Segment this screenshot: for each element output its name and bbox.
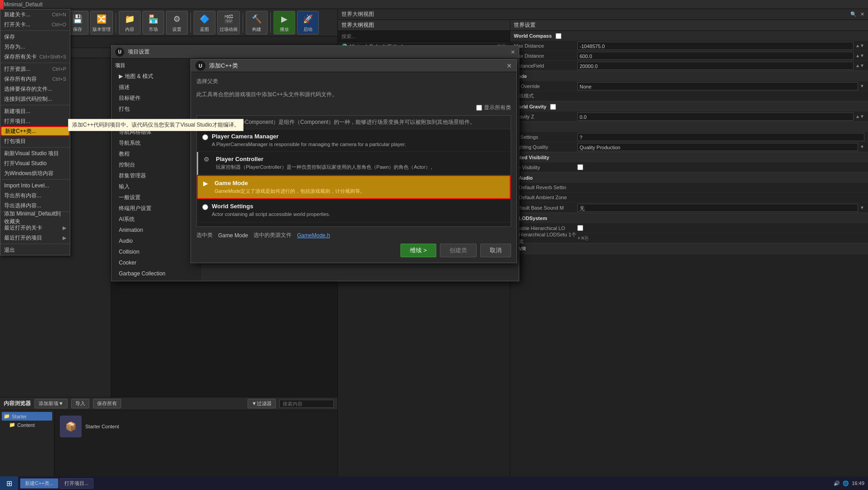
file-save-all-content[interactable]: 保存所有内容 Ctrl+S: [0, 74, 70, 84]
content-folder-starter[interactable]: 📁 Starter: [2, 412, 52, 421]
file-exit[interactable]: 退出: [0, 245, 70, 255]
file-refresh-vs[interactable]: 刷新Visual Studio 项目: [0, 148, 70, 158]
scene-note: 场景组件（SceneComponent）是组件（Component）的一种，能够…: [197, 116, 511, 129]
hlod-checkbox[interactable]: [577, 225, 583, 231]
file-export-sel[interactable]: 导出选择内容...: [0, 201, 70, 211]
ps-cooker[interactable]: Cooker: [112, 257, 202, 268]
close-icon-right[interactable]: ✕: [860, 11, 864, 17]
ps-ai[interactable]: AI系统: [112, 214, 202, 225]
ps-description[interactable]: 描述: [112, 82, 202, 93]
class-item-hud[interactable]: HUD: [197, 222, 511, 227]
ps-end-user[interactable]: 终端用户设置: [112, 203, 202, 214]
toolbar-version[interactable]: 🔀 版本管理: [90, 11, 113, 34]
toolbar-sep2: [116, 13, 116, 33]
class-item-camera[interactable]: Player Camera Manager A PlayerCameraMana…: [197, 129, 511, 152]
class-item-controller[interactable]: ⚙ Player Controller 玩家控制器（PlayerControll…: [197, 152, 511, 175]
content-folder-content[interactable]: 📁 Content: [2, 421, 52, 429]
class-item-gamemode[interactable]: ▶ Game Mode GameMode定义了游戏是如何进行的，包括游戏规则，计…: [197, 175, 511, 199]
acd-close-btn[interactable]: ✕: [507, 62, 512, 69]
content-item-starter[interactable]: 📦 Starter Content: [58, 414, 334, 439]
file-save-all[interactable]: 保存所有关卡 Ctrl+Shift+S: [0, 52, 70, 62]
ps-network[interactable]: Network: [112, 279, 202, 281]
toolbar-marketplace[interactable]: 🏪 市场: [142, 11, 164, 34]
file-export-all[interactable]: 导出所有内容...: [0, 191, 70, 201]
file-cook[interactable]: 为Windows烘培内容: [0, 168, 70, 178]
lod-header[interactable]: ▶ LODSystem: [510, 213, 868, 223]
hlod-add-icon[interactable]: +: [577, 235, 580, 241]
toolbar-play[interactable]: ▶ 播放: [273, 11, 295, 34]
file-source-control[interactable]: 连接到源代码控制...: [0, 94, 70, 104]
ps-gc[interactable]: Garbage Collection: [112, 268, 202, 279]
world-radio[interactable]: [202, 204, 208, 210]
ps-audio[interactable]: Audio: [112, 235, 202, 246]
ps-input[interactable]: 输入: [112, 181, 202, 192]
ps-general[interactable]: 一般设置: [112, 192, 202, 203]
details-section-world: World Compass Max Distance -1048575.0 ▲▼…: [510, 31, 868, 71]
file-import[interactable]: Import Into Level...: [0, 181, 70, 191]
ss-section-header[interactable]: ss: [510, 122, 868, 132]
taskbar-start-btn[interactable]: ⊞: [0, 476, 18, 490]
selected-file-value[interactable]: GameMode.h: [297, 232, 330, 239]
world-compass-checkbox[interactable]: [556, 33, 561, 39]
ps-crowd[interactable]: 群集管理器: [112, 170, 202, 181]
gravity-section-header[interactable]: World Gravity: [510, 102, 868, 112]
file-open-level[interactable]: 打开关卡... Ctrl+O: [0, 20, 70, 29]
ps-tutorials[interactable]: 教程: [112, 148, 202, 159]
world-gravity-checkbox[interactable]: [550, 104, 556, 110]
file-open-asset[interactable]: 打开资源... Ctrl+P: [0, 64, 70, 74]
taskbar-items: 新建C++类... 打开项目...: [18, 478, 830, 489]
ps-maps-modes[interactable]: ▶ 地图 & 模式: [112, 71, 202, 82]
ps-animation[interactable]: Animation: [112, 225, 202, 235]
toolbar-launch[interactable]: 🚀 启动: [297, 11, 319, 34]
class-item-world[interactable]: World Settings Actor containing all scri…: [197, 199, 511, 222]
toolbar-settings[interactable]: ⚙ 设置: [166, 11, 188, 34]
ps-packaging[interactable]: 打包: [112, 103, 202, 114]
file-open-project[interactable]: 打开项目...: [0, 116, 70, 126]
file-save-as[interactable]: 另存为...: [0, 42, 70, 52]
file-new-cpp[interactable]: 新建C++类...: [0, 126, 70, 136]
mode-section-header[interactable]: Mode: [510, 71, 868, 81]
cancel-btn[interactable]: 取消: [480, 244, 511, 257]
create-btn[interactable]: 创建类: [440, 244, 477, 257]
taskbar-item-open-project[interactable]: 打开项目...: [59, 478, 93, 489]
file-choose-save[interactable]: 选择要保存的文件...: [0, 84, 70, 94]
import-btn[interactable]: 导入: [71, 399, 89, 408]
hlod-del-icon[interactable]: ✕: [580, 235, 585, 241]
details-reverb: ▶ Default Reverb Settin: [510, 183, 868, 193]
ps-ue-logo: U: [115, 48, 124, 57]
file-package[interactable]: 打包项目: [0, 136, 70, 146]
ps-target-hw[interactable]: 目标硬件: [112, 93, 202, 103]
file-new-project[interactable]: 新建项目...: [0, 106, 70, 116]
filter-btn[interactable]: ▼过滤器: [248, 399, 276, 408]
toolbar-build[interactable]: 🔨 构建: [246, 11, 268, 34]
camera-radio[interactable]: [202, 134, 208, 140]
hlod-copy-icon[interactable]: ⎘: [585, 235, 588, 241]
controller-desc: 玩家控制器（PlayerController）是一种负责控制该玩家使用的人形角色…: [216, 164, 435, 171]
save-all-btn[interactable]: 保存所有: [93, 399, 121, 408]
details-distance-field: DistanceField 20000.0 ▲▼: [510, 61, 868, 71]
ps-console[interactable]: 控制台: [112, 159, 202, 170]
content-search-input[interactable]: [279, 400, 334, 408]
file-open-vs[interactable]: 打开Visual Studio: [0, 158, 70, 168]
file-new-level[interactable]: 新建关卡... Ctrl+N: [0, 10, 70, 20]
ps-nav-system[interactable]: 导航系统: [112, 137, 202, 148]
show-all-checkbox[interactable]: [476, 105, 482, 111]
add-new-btn[interactable]: 添加新项▼: [34, 399, 68, 408]
toolbar-cinematic[interactable]: 🎬 过场动画: [217, 11, 240, 34]
file-recent-projects[interactable]: 最近打开的项目 ▶: [0, 233, 70, 243]
world-compass-header[interactable]: World Compass: [510, 31, 868, 41]
outliner-header: 世界大纲视图: [338, 20, 510, 31]
toolbar-blueprint[interactable]: 🔷 蓝图: [194, 11, 215, 34]
toolbar-content[interactable]: 📁 内容: [119, 11, 141, 34]
pvs-checkbox[interactable]: [577, 164, 583, 170]
next-btn[interactable]: 维续 >: [400, 244, 436, 257]
vr-header[interactable]: ▶ VR: [510, 244, 868, 254]
visibility-header[interactable]: puted Visibility: [510, 152, 868, 162]
ps-close-btn[interactable]: ✕: [511, 49, 515, 55]
audio-header[interactable]: ▶ Audio: [510, 173, 868, 183]
file-add-favorite[interactable]: 添加 Minimal_Default到收藏夹: [0, 213, 70, 223]
taskbar-item-new-cpp[interactable]: 新建C++类...: [20, 478, 59, 489]
ps-collision[interactable]: Collision: [112, 246, 202, 257]
file-save[interactable]: 保存: [0, 32, 70, 42]
outliner-search-input[interactable]: [338, 31, 510, 42]
